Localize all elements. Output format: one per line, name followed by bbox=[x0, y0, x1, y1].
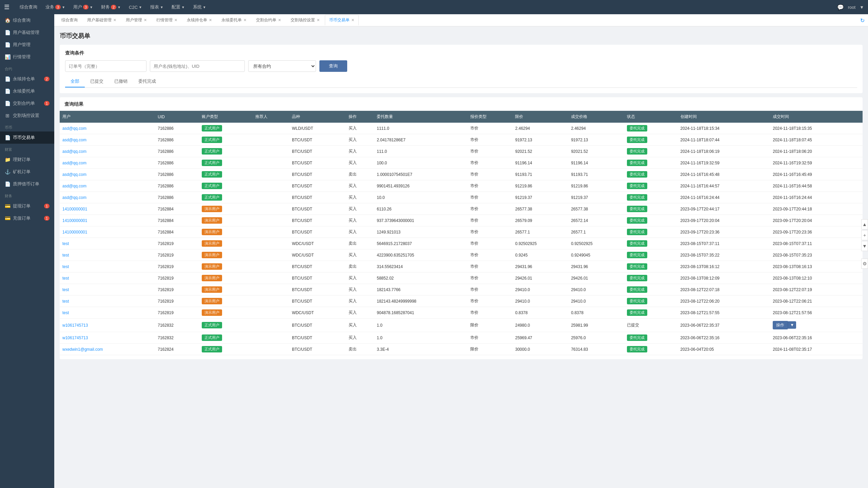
account-type-badge: 正式用户 bbox=[202, 346, 222, 352]
sidebar-item-永续持仓单[interactable]: 📄永续持仓单2 bbox=[0, 73, 54, 85]
nav-item-C2C[interactable]: C2C ▼ bbox=[125, 3, 145, 12]
user-link[interactable]: w1061745713 bbox=[62, 336, 88, 340]
nav-item-用户[interactable]: 用户3 ▼ bbox=[70, 2, 96, 12]
op-dropdown-button[interactable]: ▼ bbox=[788, 321, 796, 329]
cell-deal-time: 2024-11-16T16:44:58 bbox=[770, 180, 863, 192]
sidebar-item-综合查询[interactable]: 🏠综合查询 bbox=[0, 14, 54, 26]
cell-user: test bbox=[60, 238, 155, 249]
filter-tab-已撤销[interactable]: 已撤销 bbox=[109, 76, 133, 87]
sidebar-item-矿机订单[interactable]: ⚓矿机订单 bbox=[0, 166, 54, 178]
user-link[interactable]: asd@qq.com bbox=[62, 126, 86, 131]
sidebar-item-质押借币订单[interactable]: 📄质押借币订单 bbox=[0, 178, 54, 190]
hamburger-icon[interactable]: ☰ bbox=[4, 3, 9, 11]
tab-综合查询[interactable]: 综合查询 bbox=[57, 15, 82, 25]
tab-行情管理[interactable]: 行情管理✕ bbox=[152, 15, 182, 25]
add-button[interactable]: + bbox=[861, 230, 868, 240]
sidebar-item-永续委托单[interactable]: 📄永续委托单 bbox=[0, 85, 54, 97]
tab-label: 用户管理 bbox=[126, 17, 142, 23]
contract-select[interactable]: 所有合约 bbox=[248, 60, 316, 72]
sidebar-item-提现订单[interactable]: 💳提现订单1 bbox=[0, 200, 54, 212]
tab-close-icon[interactable]: ✕ bbox=[243, 18, 246, 22]
sidebar-item-充值订单[interactable]: 💳充值订单1 bbox=[0, 212, 54, 224]
user-link[interactable]: 14100000001 bbox=[62, 218, 87, 223]
user-link[interactable]: asd@qq.com bbox=[62, 195, 86, 200]
sidebar-item-用户基础管理[interactable]: 📄用户基础管理 bbox=[0, 26, 54, 39]
nav-item-系统[interactable]: 系统 ▼ bbox=[190, 2, 210, 12]
nav-item-业务[interactable]: 业务3 ▼ bbox=[42, 2, 68, 12]
user-link[interactable]: asd@qq.com bbox=[62, 172, 86, 177]
tab-close-icon[interactable]: ✕ bbox=[113, 18, 116, 22]
cell-product: BTC/USDT bbox=[289, 180, 346, 192]
account-type-badge: 演示用户 bbox=[202, 298, 222, 304]
cell-status: 委托完成 bbox=[624, 134, 678, 146]
user-link[interactable]: 14100000001 bbox=[62, 207, 87, 211]
cell-quantity: 1.0 bbox=[374, 319, 467, 332]
cell-create-time: 2024-11-18T18:06:19 bbox=[678, 146, 770, 157]
status-badge: 委托完成 bbox=[627, 148, 647, 155]
user-link[interactable]: test bbox=[62, 299, 69, 304]
tab-用户基础管理[interactable]: 用户基础管理✕ bbox=[83, 15, 121, 25]
tab-close-icon[interactable]: ✕ bbox=[351, 18, 354, 22]
user-link[interactable]: test bbox=[62, 276, 69, 281]
tab-交割场控设置[interactable]: 交割场控设置✕ bbox=[286, 15, 324, 25]
user-input[interactable] bbox=[150, 60, 245, 72]
tab-币币交易单[interactable]: 币币交易单✕ bbox=[325, 15, 359, 25]
cell-status: 委托完成 bbox=[624, 123, 678, 134]
filter-tab-全部[interactable]: 全部 bbox=[65, 76, 85, 87]
sidebar-item-交割场控设置[interactable]: ⊞交割场控设置 bbox=[0, 109, 54, 122]
user-link[interactable]: 14100000001 bbox=[62, 230, 87, 235]
scroll-down-button[interactable]: ▼ bbox=[861, 241, 868, 251]
user-link[interactable]: asd@qq.com bbox=[62, 149, 86, 154]
nav-item-综合查询[interactable]: 综合查询 bbox=[16, 2, 41, 12]
sidebar-item-币币交易单[interactable]: 📄币币交易单 bbox=[0, 131, 54, 144]
nav-item-报表[interactable]: 报表 ▼ bbox=[147, 2, 167, 12]
refresh-icon[interactable]: ↻ bbox=[860, 17, 865, 23]
user-info[interactable]: root bbox=[848, 5, 855, 10]
query-button[interactable]: 查询 bbox=[319, 60, 347, 72]
cell-account-type: 演示用户 bbox=[199, 307, 253, 319]
column-header-品种: 品种 bbox=[289, 111, 346, 123]
sidebar-label: 永续持仓单 bbox=[13, 76, 35, 82]
tab-close-icon[interactable]: ✕ bbox=[144, 18, 147, 22]
user-link[interactable]: test bbox=[62, 253, 69, 258]
tab-close-icon[interactable]: ✕ bbox=[278, 18, 281, 22]
settings-button[interactable]: ⚙ bbox=[861, 259, 868, 269]
cell-quote-type: 市价 bbox=[468, 296, 513, 307]
filter-tab-委托完成[interactable]: 委托完成 bbox=[133, 76, 161, 87]
sidebar-item-交割合约单[interactable]: 📄交割合约单1 bbox=[0, 97, 54, 109]
user-link[interactable]: asd@qq.com bbox=[62, 138, 86, 142]
sidebar-item-理财订单[interactable]: 📁理财订单 bbox=[0, 154, 54, 166]
user-link[interactable]: test bbox=[62, 264, 69, 269]
user-dropdown-icon[interactable]: ▼ bbox=[860, 5, 864, 10]
user-link[interactable]: test bbox=[62, 241, 69, 246]
table-row: asd@qq.com 7162886 正式用户 WLD/USDT 买入 1111… bbox=[60, 123, 863, 134]
nav-item-配置[interactable]: 配置 ▼ bbox=[168, 2, 188, 12]
tab-close-icon[interactable]: ✕ bbox=[174, 18, 177, 22]
cell-action: 买入 bbox=[346, 296, 374, 307]
user-link[interactable]: asd@qq.com bbox=[62, 184, 86, 188]
status-badge: 委托完成 bbox=[627, 286, 647, 293]
user-link[interactable]: wxedwin1@gmail.com bbox=[62, 347, 103, 352]
user-link[interactable]: test bbox=[62, 287, 69, 292]
filter-tab-已提交[interactable]: 已提交 bbox=[85, 76, 109, 87]
cell-account-type: 正式用户 bbox=[199, 146, 253, 157]
cell-referrer bbox=[253, 157, 289, 169]
tab-close-icon[interactable]: ✕ bbox=[209, 18, 212, 22]
user-link[interactable]: test bbox=[62, 310, 69, 315]
chat-icon[interactable]: 💬 bbox=[837, 4, 844, 11]
cell-status: 已提交 bbox=[624, 319, 678, 332]
user-link[interactable]: w1061745713 bbox=[62, 323, 88, 328]
order-input[interactable] bbox=[65, 60, 146, 72]
tab-close-icon[interactable]: ✕ bbox=[317, 18, 320, 22]
scroll-up-button[interactable]: ▲ bbox=[861, 219, 868, 229]
tab-永续持仓单[interactable]: 永续持仓单✕ bbox=[182, 15, 216, 25]
nav-item-财务[interactable]: 财务2 ▼ bbox=[98, 2, 124, 12]
op-button[interactable]: 操作 bbox=[773, 321, 788, 329]
table-row: test 7162819 演示用户 BTC/USDT 买入 182143.482… bbox=[60, 296, 863, 307]
tab-交割合约单[interactable]: 交割合约单✕ bbox=[252, 15, 285, 25]
sidebar-item-用户管理[interactable]: 📄用户管理 bbox=[0, 39, 54, 51]
tab-永续委托单[interactable]: 永续委托单✕ bbox=[217, 15, 251, 25]
user-link[interactable]: asd@qq.com bbox=[62, 161, 86, 165]
sidebar-item-行情管理[interactable]: 📊行情管理 bbox=[0, 51, 54, 63]
tab-用户管理[interactable]: 用户管理✕ bbox=[121, 15, 151, 25]
